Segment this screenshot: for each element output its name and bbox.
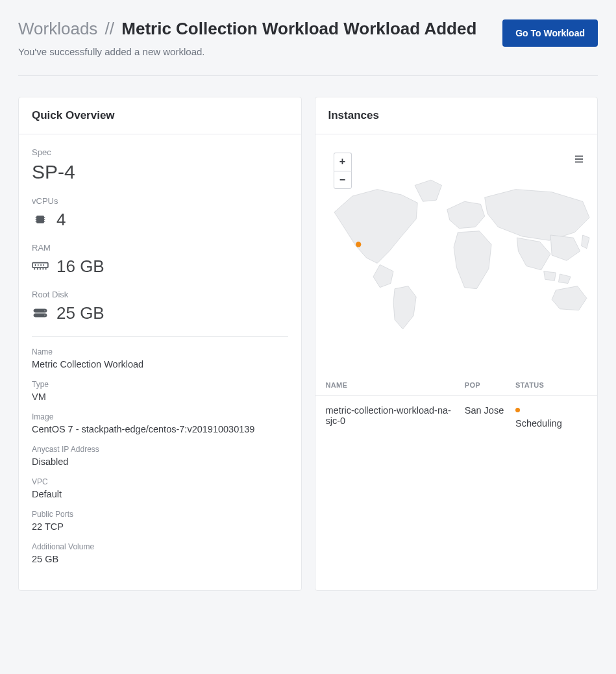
spec-block-ram: RAM 16 GB — [32, 243, 288, 277]
detail-value: CentOS 7 - stackpath-edge/centos-7:v2019… — [32, 424, 288, 434]
ram-value: 16 GB — [56, 256, 105, 277]
header-title-group: Workloads // Metric Collection Workload … — [18, 18, 502, 57]
world-map — [315, 134, 598, 375]
breadcrumb-root: Workloads — [18, 19, 97, 38]
page-title: Metric Collection Workload Workload Adde… — [121, 19, 476, 38]
instance-pop: San Jose — [465, 395, 515, 438]
page-subtitle: You've successfully added a new workload… — [18, 46, 502, 57]
spec-block-vcpu: vCPUs 4 — [32, 196, 288, 230]
table-header-row: NAME POP STATUS — [315, 375, 598, 396]
vcpu-label: vCPUs — [32, 196, 288, 206]
detail-label: Additional Volume — [32, 542, 288, 551]
detail-label: Anycast IP Address — [32, 445, 288, 454]
cpu-icon — [32, 212, 49, 227]
hamburger-icon — [573, 153, 585, 165]
status-text: Scheduling — [515, 418, 587, 429]
go-to-workload-button[interactable]: Go To Workload — [502, 19, 598, 47]
status-dot-icon — [515, 408, 520, 412]
svg-rect-7 — [32, 263, 48, 268]
instances-body: + − — [315, 134, 598, 590]
svg-point-19 — [44, 310, 45, 312]
instance-status: Scheduling — [515, 395, 597, 438]
detail-value: 22 TCP — [32, 521, 288, 532]
table-row[interactable]: metric-collection-workload-na-sjc-0 San … — [315, 395, 598, 438]
detail-label: Type — [32, 380, 288, 389]
breadcrumb-title: Workloads // Metric Collection Workload … — [18, 18, 502, 40]
svg-rect-0 — [37, 216, 44, 223]
content-columns: Quick Overview Spec SP-4 vCPUs 4 RAM — [18, 97, 598, 591]
detail-label: Image — [32, 412, 288, 421]
detail-label: Public Ports — [32, 510, 288, 519]
detail-image: Image CentOS 7 - stackpath-edge/centos-7… — [32, 412, 288, 434]
detail-value: Metric Collection Workload — [32, 359, 288, 369]
vcpu-value: 4 — [56, 210, 66, 230]
spec-block-spec: Spec SP-4 — [32, 147, 288, 183]
quick-overview-title: Quick Overview — [19, 97, 301, 134]
disk-value: 25 GB — [56, 303, 105, 323]
detail-value: Disabled — [32, 456, 288, 467]
vcpu-row: 4 — [32, 210, 288, 230]
quick-overview-body: Spec SP-4 vCPUs 4 RAM 16 GB — [19, 134, 301, 590]
disk-label: Root Disk — [32, 290, 288, 299]
spec-label: Spec — [32, 147, 288, 157]
map-zoom-controls: + − — [334, 153, 352, 189]
map-container[interactable]: + − — [315, 134, 598, 375]
map-menu-button[interactable] — [571, 153, 587, 168]
col-header-pop: POP — [465, 375, 515, 396]
detail-vpc: VPC Default — [32, 477, 288, 499]
detail-label: VPC — [32, 477, 288, 486]
instances-card: Instances + − — [315, 97, 598, 591]
overview-divider — [32, 336, 288, 337]
detail-type: Type VM — [32, 380, 288, 402]
memory-icon — [32, 259, 49, 273]
instance-name: metric-collection-workload-na-sjc-0 — [315, 395, 465, 438]
detail-value: VM — [32, 392, 288, 402]
detail-anycast: Anycast IP Address Disabled — [32, 445, 288, 467]
detail-name: Name Metric Collection Workload — [32, 347, 288, 369]
ram-label: RAM — [32, 243, 288, 253]
col-header-status: STATUS — [515, 375, 597, 396]
instances-table: NAME POP STATUS metric-collection-worklo… — [315, 375, 598, 438]
map-marker-san-jose — [356, 242, 361, 247]
spec-block-disk: Root Disk 25 GB — [32, 290, 288, 323]
zoom-in-button[interactable]: + — [334, 153, 352, 171]
ram-row: 16 GB — [32, 256, 288, 277]
disk-icon — [32, 306, 49, 320]
detail-ports: Public Ports 22 TCP — [32, 510, 288, 532]
zoom-out-button[interactable]: − — [334, 171, 352, 189]
breadcrumb-separator: // — [105, 19, 114, 38]
detail-volume: Additional Volume 25 GB — [32, 542, 288, 564]
disk-row: 25 GB — [32, 303, 288, 323]
svg-point-20 — [44, 315, 45, 316]
detail-value: Default — [32, 489, 288, 499]
col-header-name: NAME — [315, 375, 465, 396]
detail-label: Name — [32, 347, 288, 356]
detail-value: 25 GB — [32, 554, 288, 564]
instances-title: Instances — [315, 97, 598, 134]
spec-value: SP-4 — [32, 161, 288, 183]
quick-overview-card: Quick Overview Spec SP-4 vCPUs 4 RAM — [18, 97, 302, 591]
page-header: Workloads // Metric Collection Workload … — [18, 18, 598, 76]
